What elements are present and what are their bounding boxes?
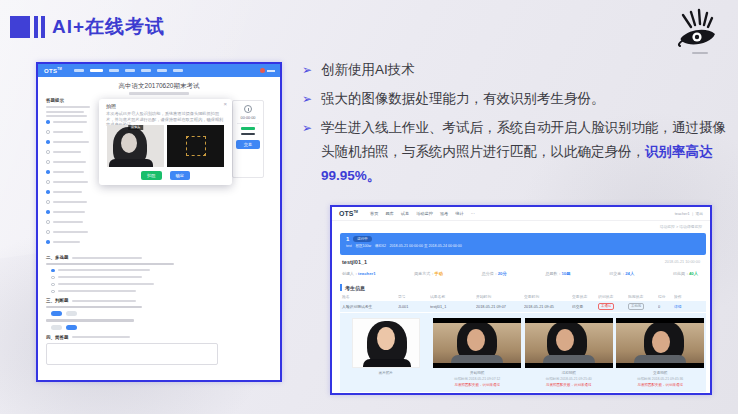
camera-label: 摄像头 — [128, 125, 144, 130]
option-radio[interactable] — [51, 290, 226, 294]
page-title: AI+在线考试 — [52, 14, 165, 40]
title-accent-bar — [41, 16, 45, 38]
photo-time: 拍照时间 2018-05-21 09:07:12 — [454, 377, 500, 381]
timer-value: 00:00:00 — [241, 116, 256, 120]
face-photo-strip: 底片照片 开始拍照 拍照时间 2018-05-21 09:07:12 与底照匹配… — [340, 313, 706, 392]
bullet-text: 学生进入线上作业、考试后，系统自动开启人脸识别功能，通过摄像头随机拍照，与系统内… — [321, 116, 732, 188]
arrow-bullet-icon: ➢ — [302, 58, 312, 82]
question-list-partial — [46, 120, 96, 250]
confirm-button[interactable]: 确定 — [170, 171, 190, 180]
photo-card-capture: 交卷拍照 拍照时间 2018-05-21 09:45:36 与底照匹配失败，识别… — [616, 318, 704, 387]
bullet-text: 强大的图像数据处理能力，有效识别考生身份。 — [321, 87, 605, 111]
option-radio[interactable] — [51, 283, 226, 287]
match-fail-alert[interactable]: 与底照匹配失败，识别未通过 — [546, 383, 592, 387]
exam-app-header: OTSTM — [38, 64, 280, 77]
question-sections: 二、多选题 三、判断题 四、简答题 — [46, 250, 226, 365]
option-radio[interactable] — [51, 276, 226, 280]
section-header: 四、简答题 — [46, 335, 69, 340]
webcam-capture-photo[interactable] — [616, 318, 704, 368]
section-header: 三、判断题 — [46, 298, 69, 303]
paper-time: 2018-05-21 10:00:00 — [665, 260, 700, 264]
exam-notice-panel: 答题提示 — [46, 98, 96, 120]
false-toggle[interactable] — [66, 311, 77, 316]
modal-title: 拍照 — [106, 103, 116, 109]
photo-time: 拍照时间 2018-05-21 09:25:40 — [546, 377, 592, 381]
table-row[interactable]: 人脸识别测试考生 JL001 testjl01_1 2018-05-21 09:… — [340, 301, 706, 312]
section-header: 二、多选题 — [46, 255, 69, 260]
title-accent-bar — [34, 16, 38, 38]
recognition-status-badge: 未通过 — [598, 303, 614, 311]
nav-item[interactable]: 统计 — [455, 211, 463, 216]
review-status-badge: 未批阅 — [628, 303, 644, 311]
photo-card-capture: 开始拍照 拍照时间 2018-05-21 09:07:12 与底照匹配失败，识别… — [433, 318, 521, 387]
capture-frame-panel — [167, 125, 224, 167]
nav-more[interactable]: ··· — [471, 211, 475, 216]
bullet-list: ➢ 创新使用AI技术 ➢ 强大的图像数据处理能力，有效识别考生身份。 ➢ 学生进… — [302, 58, 732, 193]
section-title: 考生信息 — [340, 284, 365, 291]
answer-card-bar — [241, 133, 255, 136]
true-toggle[interactable] — [51, 325, 62, 330]
match-fail-alert[interactable]: 与底照匹配失败，识别未通过 — [638, 383, 684, 387]
bullet-item: ➢ 学生进入线上作业、考试后，系统自动开启人脸识别功能，通过摄像头随机拍照，与系… — [302, 116, 732, 188]
monitor-app-header: OTSTM 首页 题库 试卷 活动监控 巡考 统计 ··· teacher1 ｜… — [332, 207, 710, 221]
exam-banner: 1 进行中 test 校区100w 课程62 2018-05-21 00:00:… — [340, 233, 706, 255]
capture-photo-button[interactable]: 拍照 — [141, 171, 161, 180]
ots-logo: OTSTM — [339, 210, 358, 217]
avatar — [260, 68, 265, 73]
nav-item[interactable]: 题库 — [385, 211, 393, 216]
true-toggle[interactable] — [51, 311, 62, 316]
status-badge: 进行中 — [353, 236, 371, 242]
paper-name: testjl01_1 — [342, 259, 367, 265]
exam-user-menu[interactable] — [260, 68, 275, 73]
exam-subtitle-placeholder — [129, 92, 189, 95]
reference-id-photo[interactable] — [352, 318, 420, 368]
webcam-capture-photo[interactable] — [525, 318, 613, 368]
logo-caption-mark — [692, 52, 708, 54]
banner-index: 1 — [346, 236, 349, 242]
answer-textarea[interactable] — [46, 343, 218, 365]
answered-progress-bar — [241, 127, 255, 130]
clock-icon — [244, 105, 252, 113]
webcam-capture-photo[interactable] — [433, 318, 521, 368]
table-header: 姓名 学号 试卷名称 开始时间 交卷时间 交卷状态 识别状态 批阅状态 得分 操… — [340, 294, 706, 299]
user-menu[interactable]: teacher1 ｜ 退出 — [675, 211, 703, 216]
photo-card-capture: 过程拍照 拍照时间 2018-05-21 09:25:40 与底照匹配失败，识别… — [525, 318, 613, 387]
submit-exam-button[interactable]: 交卷 — [236, 140, 260, 149]
ots-logo: OTSTM — [44, 67, 62, 74]
nav-item[interactable]: 试卷 — [401, 211, 409, 216]
webcam-preview-photo: 摄像头 — [107, 125, 164, 167]
breadcrumb: 活动监控 > 活动详情监控 — [660, 224, 702, 229]
nav-item[interactable]: 首页 — [370, 211, 378, 216]
stats-row: 创建人：teacher1 阅卷方式：手动 总分值：20分 总题数：10题 已交卷… — [342, 271, 698, 276]
false-toggle[interactable] — [66, 325, 77, 330]
bullet-text: 创新使用AI技术 — [321, 58, 415, 82]
exam-title: 高中语文20170620期末考试 — [38, 82, 280, 91]
title-accent-square — [10, 16, 30, 38]
photo-caption: 底片照片 — [379, 371, 393, 375]
exam-nav[interactable] — [74, 69, 183, 72]
face-reticle-icon — [186, 136, 206, 156]
close-icon[interactable]: × — [223, 101, 227, 107]
exam-timer-panel: 00:00:00 交卷 — [232, 100, 264, 178]
portrait-body — [109, 159, 153, 167]
bullet-item: ➢ 创新使用AI技术 — [302, 58, 732, 82]
detail-link[interactable]: 详情 — [674, 305, 682, 309]
eye-hand-logo-icon — [676, 8, 720, 56]
monitor-page-screenshot: OTSTM 首页 题库 试卷 活动监控 巡考 统计 ··· teacher1 ｜… — [330, 205, 712, 395]
nav-item[interactable]: 活动监控 — [416, 211, 433, 216]
exam-page-screenshot: OTSTM 高中语文20170620期末考试 00:00:00 交卷 答题提示 — [36, 62, 282, 382]
bullet-item: ➢ 强大的图像数据处理能力，有效识别考生身份。 — [302, 87, 732, 111]
notice-title: 答题提示 — [46, 98, 96, 103]
arrow-bullet-icon: ➢ — [302, 87, 312, 111]
monitor-nav: 首页 题库 试卷 活动监控 巡考 统计 ··· — [370, 211, 475, 216]
option-radio[interactable] — [51, 269, 226, 273]
banner-info: test 校区100w 课程62 2018-05-21 00:00:00 至 2… — [346, 244, 700, 248]
arrow-bullet-icon: ➢ — [302, 116, 312, 188]
portrait-face — [121, 133, 137, 153]
face-capture-modal: 拍照 × 本次考试已开启人脸识别功能，系统将通过摄像头随机抓拍照片，并与底片照片… — [99, 99, 232, 185]
nav-item[interactable]: 巡考 — [440, 211, 448, 216]
match-fail-alert[interactable]: 与底照匹配失败，识别未通过 — [455, 383, 501, 387]
photo-card-reference: 底片照片 — [342, 318, 430, 375]
photo-time: 拍照时间 2018-05-21 09:45:36 — [637, 377, 683, 381]
